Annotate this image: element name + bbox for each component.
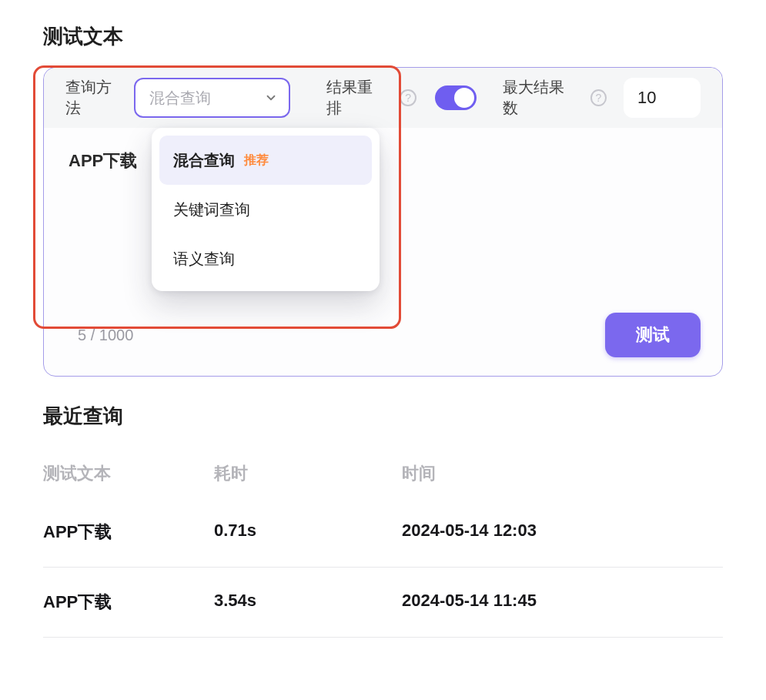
query-method-select[interactable]: 混合查询 (134, 78, 290, 118)
cell-time: 2024-05-14 12:03 (402, 521, 723, 544)
rerank-help-icon[interactable]: ? (400, 89, 416, 106)
col-header-time: 时间 (402, 462, 723, 485)
dropdown-option-badge: 推荐 (244, 152, 269, 169)
table-row[interactable]: APP下载 3.54s 2024-05-14 11:45 (43, 568, 723, 638)
cell-duration: 3.54s (214, 591, 402, 614)
rerank-toggle[interactable] (435, 85, 477, 110)
max-results-help-icon[interactable]: ? (590, 89, 607, 106)
rerank-label: 结果重排 (326, 77, 386, 119)
query-panel: 查询方法 混合查询 结果重排 ? 最大结果数 ? 混合查询 推荐 关键词查询 (43, 67, 723, 377)
max-results-label: 最大结果数 (503, 77, 577, 119)
dropdown-option-label: 关键词查询 (173, 199, 250, 220)
toggle-knob (454, 88, 474, 108)
test-button[interactable]: 测试 (605, 313, 701, 357)
dropdown-option-hybrid[interactable]: 混合查询 推荐 (159, 136, 372, 185)
table-row[interactable]: APP下载 0.71s 2024-05-14 12:03 (43, 497, 723, 568)
query-input-text: APP下载 (69, 151, 137, 170)
cell-time: 2024-05-14 11:45 (402, 591, 723, 614)
char-count: 5 / 1000 (78, 327, 133, 344)
dropdown-option-label: 语义查询 (173, 249, 235, 270)
table-header-row: 测试文本 耗时 时间 (43, 450, 723, 497)
dropdown-option-keyword[interactable]: 关键词查询 (159, 185, 372, 234)
query-header: 查询方法 混合查询 结果重排 ? 最大结果数 ? (44, 68, 722, 128)
recent-queries-title: 最近查询 (43, 403, 723, 430)
chevron-down-icon (264, 91, 278, 105)
query-method-selected-value: 混合查询 (149, 88, 211, 109)
query-method-dropdown: 混合查询 推荐 关键词查询 语义查询 (152, 128, 380, 291)
recent-queries-section: 最近查询 测试文本 耗时 时间 APP下载 0.71s 2024-05-14 1… (43, 403, 723, 638)
cell-duration: 0.71s (214, 521, 402, 544)
query-method-label: 查询方法 (65, 77, 125, 119)
query-footer: 5 / 1000 测试 (44, 313, 722, 376)
max-results-input[interactable] (624, 78, 701, 118)
dropdown-option-label: 混合查询 (173, 150, 235, 171)
cell-text: APP下载 (43, 521, 214, 544)
recent-queries-table: 测试文本 耗时 时间 APP下载 0.71s 2024-05-14 12:03 … (43, 450, 723, 638)
cell-text: APP下载 (43, 591, 214, 614)
col-header-duration: 耗时 (214, 462, 402, 485)
query-text-area[interactable]: APP下载 (44, 128, 722, 313)
test-text-title: 测试文本 (43, 23, 723, 50)
dropdown-option-semantic[interactable]: 语义查询 (159, 234, 372, 283)
col-header-text: 测试文本 (43, 462, 214, 485)
